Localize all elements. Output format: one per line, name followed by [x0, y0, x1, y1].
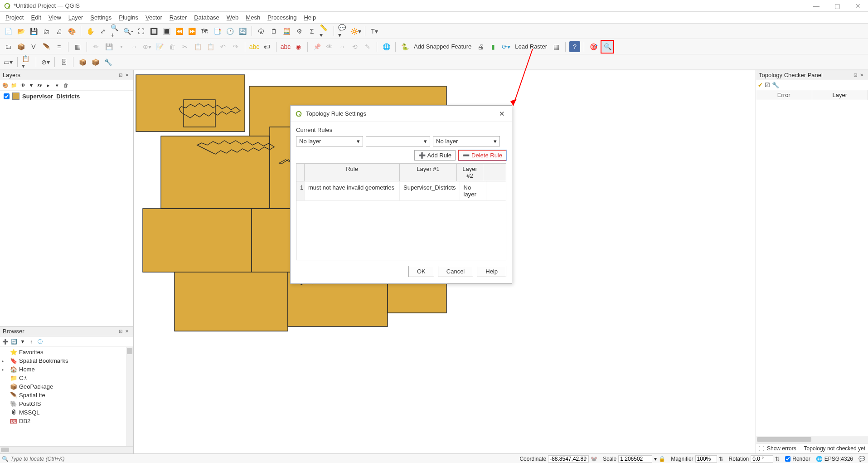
menu-project[interactable]: Project	[2, 13, 27, 22]
browser-panel-float-icon[interactable]: ⊡	[119, 329, 124, 334]
delete-selected-icon[interactable]: 🗑	[167, 41, 178, 52]
manage-themes-icon[interactable]: 👁	[19, 82, 26, 89]
map-tips-icon[interactable]: 💬▾	[338, 26, 349, 37]
save-edits-icon[interactable]: 💾	[103, 41, 114, 52]
expand-all-icon[interactable]: ▸	[45, 82, 52, 89]
raster-thumb-icon[interactable]: ▦	[551, 41, 562, 52]
topology-col-layer[interactable]: Layer	[812, 90, 868, 100]
extents-icon[interactable]: 🐭	[591, 456, 597, 462]
layer2-select[interactable]: No layer▾	[433, 136, 500, 146]
attr-table-icon[interactable]: 🗒	[268, 26, 279, 37]
data-source-manager-icon[interactable]: 🗂	[3, 41, 14, 52]
close-button[interactable]: ✕	[852, 2, 864, 10]
browser-add-icon[interactable]: ➕	[2, 338, 9, 345]
label-settings-icon[interactable]: 🏷	[262, 41, 272, 52]
metasearch-icon[interactable]: 🌐	[381, 41, 392, 52]
move-label-icon[interactable]: ↔	[337, 41, 348, 52]
temporal-icon[interactable]: 🕐	[224, 26, 235, 37]
open-project-icon[interactable]: 📂	[15, 26, 26, 37]
help-question-icon[interactable]: ?	[569, 41, 580, 52]
rotate-label-icon[interactable]: ⟲	[349, 41, 360, 52]
paste-features-icon[interactable]: 📋	[205, 41, 216, 52]
label-tool-icon[interactable]: ◉	[293, 41, 304, 52]
menu-mesh[interactable]: Mesh	[242, 13, 264, 22]
zoom-last-icon[interactable]: ⏪	[174, 26, 184, 37]
collapse-all-icon[interactable]: ▾	[53, 82, 61, 89]
left-panel-hscroll[interactable]	[0, 446, 133, 453]
new-memory-layer-icon[interactable]: ▦	[72, 41, 83, 52]
green-layer-icon[interactable]: ▮	[488, 41, 499, 52]
cancel-button[interactable]: Cancel	[438, 266, 473, 277]
tree-item-spatialite[interactable]: 🪶SpatiaLite	[2, 391, 131, 400]
new-bookmark-icon[interactable]: 📑	[212, 26, 223, 37]
new-map-view-icon[interactable]: 🗺	[199, 26, 210, 37]
toolbox-gear-icon[interactable]: ⚙	[294, 26, 305, 37]
rule-select[interactable]: ▾	[366, 136, 430, 146]
new-virtual-icon[interactable]: ≡	[53, 41, 64, 52]
add-snapped-feature-button[interactable]: Add Snapped Feature	[412, 43, 473, 50]
menu-layer[interactable]: Layer	[65, 13, 87, 22]
menu-vector[interactable]: Vector	[142, 13, 166, 22]
filter-legend-icon[interactable]: ▼	[28, 82, 35, 89]
new-geopackage-icon[interactable]: 📦	[15, 41, 26, 52]
new-project-icon[interactable]: 📄	[3, 26, 14, 37]
redo-icon[interactable]: ↷	[230, 41, 241, 52]
menu-help[interactable]: Help	[300, 13, 320, 22]
database-icon[interactable]: 🗄	[58, 57, 69, 68]
menu-plugins[interactable]: Plugins	[115, 13, 142, 22]
layers-panel-float-icon[interactable]: ⊡	[119, 73, 124, 78]
zoom-in-icon[interactable]: 🔍+	[110, 26, 121, 37]
zoom-next-icon[interactable]: ⏩	[186, 26, 197, 37]
browser-collapse-icon[interactable]: ↕	[28, 338, 35, 345]
label-abc-icon[interactable]: abc	[249, 41, 260, 52]
topology-configure-icon[interactable]: 🔧	[772, 82, 779, 88]
model-icon[interactable]: 📦	[90, 57, 101, 68]
pin-label-icon[interactable]: 📌	[311, 41, 322, 52]
menu-web[interactable]: Web	[223, 13, 242, 22]
menu-view[interactable]: View	[45, 13, 65, 22]
measure-icon[interactable]: 📏▾	[319, 26, 330, 37]
tree-item-mssql[interactable]: 🛢MSSQL	[2, 408, 131, 417]
select-features-icon[interactable]: ▭▾	[3, 57, 14, 68]
style-manager-icon[interactable]: 🎨	[66, 26, 77, 37]
layer-name[interactable]: Supervisor_Districts	[22, 93, 80, 100]
load-raster-button[interactable]: Load Raster	[513, 43, 549, 50]
ok-button[interactable]: OK	[408, 266, 434, 277]
layer1-select[interactable]: No layer▾	[296, 136, 363, 146]
crs-value[interactable]: EPSG:4326	[824, 456, 853, 462]
layers-styling-icon[interactable]: 🎨	[2, 82, 9, 89]
zoom-layer-icon[interactable]: 🔳	[161, 26, 172, 37]
tree-item-c-drive[interactable]: 📁C:\	[2, 374, 131, 382]
refresh-plugin-icon[interactable]: ⟳▾	[500, 41, 511, 52]
messages-icon[interactable]: 💬	[858, 456, 865, 462]
stats-icon[interactable]: Σ	[306, 26, 317, 37]
tree-item-postgis[interactable]: 🐘PostGIS	[2, 400, 131, 408]
magnifier-input[interactable]	[695, 455, 717, 463]
topology-panel-float-icon[interactable]: ⊡	[853, 73, 859, 78]
delete-rule-button[interactable]: ➖Delete Rule	[458, 150, 506, 161]
pan-to-selection-icon[interactable]: ⤢	[97, 26, 108, 37]
dialog-close-button[interactable]: ✕	[496, 108, 507, 119]
topology-checker-icon[interactable]: 🔍	[602, 41, 613, 52]
new-print-layout-icon[interactable]: 🖨	[53, 26, 64, 37]
copy-features-icon[interactable]: 📋	[192, 41, 203, 52]
browser-panel-close-icon[interactable]: ✕	[125, 329, 131, 334]
minimize-button[interactable]: —	[810, 2, 823, 10]
python-console-icon[interactable]: 🐍	[399, 41, 410, 52]
locator-input[interactable]	[10, 456, 134, 462]
deselect-icon[interactable]: ⊘▾	[40, 57, 51, 68]
magnifier-spin-icon[interactable]: ⇅	[719, 456, 723, 462]
filter-expr-icon[interactable]: ε▾	[36, 82, 44, 89]
zoom-selection-icon[interactable]: 🔲	[148, 26, 159, 37]
history-icon[interactable]: 🔧	[102, 57, 113, 68]
topology-hscroll[interactable]	[756, 436, 868, 443]
browser-scrollbar[interactable]	[126, 347, 133, 446]
new-shapefile-icon[interactable]: V	[28, 41, 39, 52]
browser-filter-icon[interactable]: ▼	[19, 338, 26, 345]
rotation-spin-icon[interactable]: ⇅	[775, 456, 780, 462]
field-calc-icon[interactable]: 🧮	[281, 26, 292, 37]
tree-item-favorites[interactable]: ⭐Favorites	[2, 348, 131, 356]
diagram-icon[interactable]: abc	[280, 41, 291, 52]
remove-layer-icon[interactable]: 🗑	[62, 82, 69, 89]
scale-input[interactable]	[618, 455, 652, 463]
